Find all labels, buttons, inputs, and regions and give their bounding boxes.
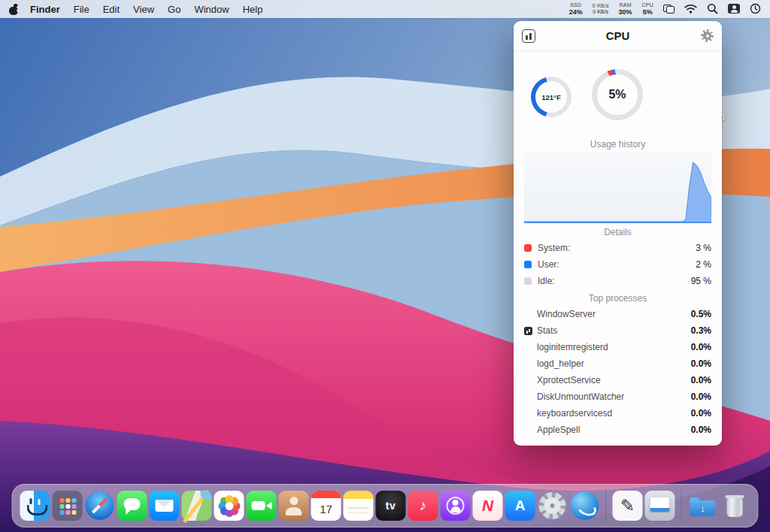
process-rows: WindowServer 0.5% Stats 0.3% loginitemre…	[514, 306, 722, 438]
popover-header: CPU	[514, 21, 722, 51]
downloads-icon	[688, 491, 718, 521]
messages-icon	[117, 491, 147, 521]
dock-item-appstore[interactable]: A	[505, 491, 535, 521]
photos-icon	[214, 491, 244, 521]
menu-items: FileEditViewGoWindowHelp	[67, 4, 270, 15]
dock-item-pencil-app[interactable]: ✎	[613, 491, 643, 521]
wifi-icon[interactable]	[684, 4, 697, 14]
process-gutter	[524, 327, 537, 335]
temperature-gauge: 121°F	[531, 77, 571, 117]
dock-tile	[441, 491, 471, 521]
dock-item-blue-circle-app[interactable]	[570, 491, 600, 521]
music-icon	[408, 491, 438, 521]
menu-item-go[interactable]: Go	[161, 4, 187, 15]
menubar-module-cpu[interactable]: CPU5%	[642, 2, 653, 16]
launchpad-icon	[53, 491, 83, 521]
dock-tile	[150, 491, 180, 521]
menubar-module-network[interactable]: 0 KB/s0 KB/s	[593, 3, 609, 15]
menubar-status-modules: SSD24%0 KB/s0 KB/sRAM30%CPU5%	[569, 2, 653, 16]
dock-item-contacts[interactable]	[279, 491, 309, 521]
usage-history-chart	[524, 152, 711, 223]
dock-item-notes[interactable]	[344, 491, 374, 521]
mail-icon	[150, 491, 180, 521]
safari-icon	[86, 491, 114, 520]
menu-bar-left: Finder FileEditViewGoWindowHelp	[0, 4, 269, 15]
pencil-app-icon	[613, 491, 643, 521]
dock-item-launchpad[interactable]	[53, 491, 83, 521]
process-name: Stats	[537, 325, 557, 336]
widget-chart-icon[interactable]	[522, 29, 535, 43]
dock: 17 tv ♪ N A ✎ ↓	[12, 484, 759, 527]
process-gutter	[524, 376, 537, 385]
dock-item-podcasts[interactable]	[441, 491, 471, 521]
detail-value: 2 %	[696, 259, 711, 270]
process-name: AppleSpell	[537, 425, 580, 435]
process-row: AppleSpell 0.0%	[514, 422, 722, 438]
dock-tile: ↓	[688, 491, 718, 521]
appstore-icon	[505, 491, 535, 521]
menubar-module-ssd[interactable]: SSD24%	[569, 2, 583, 16]
dock-tile	[85, 491, 115, 521]
dock-tile	[538, 491, 568, 521]
menu-item-help[interactable]: Help	[236, 4, 270, 15]
window-switcher-icon[interactable]	[663, 5, 675, 14]
process-gutter	[524, 360, 537, 368]
dock-item-messages[interactable]	[117, 491, 147, 521]
dock-item-system-preferences[interactable]	[538, 491, 568, 521]
menu-item-view[interactable]: View	[126, 4, 161, 15]
details-row: Idle: 95 %	[514, 273, 722, 289]
dock-item-finder[interactable]	[20, 491, 50, 521]
menu-item-file[interactable]: File	[67, 4, 96, 15]
process-name: keyboardservicesd	[537, 408, 612, 419]
dock-tile	[344, 491, 374, 521]
process-row: DiskUnmountWatcher 0.0%	[514, 388, 722, 405]
dock-item-calendar[interactable]: 17	[311, 491, 341, 521]
dock-item-trash[interactable]	[720, 491, 750, 521]
dock-item-music[interactable]: ♪	[408, 491, 438, 521]
dock-item-photos[interactable]	[214, 491, 244, 521]
top-processes-label: Top processes	[514, 293, 722, 304]
dock-item-news[interactable]: N	[473, 491, 503, 521]
dock-item-mail[interactable]	[150, 491, 180, 521]
dock-item-maps[interactable]	[182, 491, 212, 521]
dock-tile	[214, 491, 244, 521]
finder-icon	[20, 491, 50, 521]
process-row: logd_helper 0.0%	[514, 355, 722, 372]
usage-history-label: Usage history	[514, 139, 722, 150]
dock-tile: ♪	[408, 491, 438, 521]
clock-icon[interactable]	[750, 3, 761, 14]
spotlight-search-icon[interactable]	[707, 3, 718, 14]
user-icon[interactable]	[728, 4, 740, 14]
active-app-menu[interactable]: Finder	[23, 4, 67, 15]
settings-gear-icon[interactable]	[701, 29, 714, 42]
dock-item-window-app[interactable]	[645, 491, 675, 521]
process-cpu-value: 0.0%	[691, 408, 711, 419]
process-name: XprotectService	[537, 375, 601, 385]
dock-item-safari[interactable]	[85, 491, 115, 521]
process-gutter	[524, 310, 537, 319]
process-gutter	[524, 393, 537, 401]
dock-tile	[645, 491, 675, 521]
dock-tile: ✎	[613, 491, 643, 521]
menu-bar: Finder FileEditViewGoWindowHelp SSD24%0 …	[0, 0, 770, 18]
details-rows: System: 3 % User: 2 % Idle: 95 %	[514, 240, 722, 289]
menu-item-window[interactable]: Window	[187, 4, 235, 15]
menu-item-edit[interactable]: Edit	[96, 4, 126, 15]
dock-tile: N	[473, 491, 503, 521]
blue-circle-app-icon	[571, 491, 599, 520]
detail-value: 3 %	[696, 243, 711, 253]
detail-color-swatch	[524, 277, 532, 285]
temperature-value: 121°F	[541, 93, 560, 101]
dock-item-downloads[interactable]: ↓	[688, 491, 718, 521]
calendar-icon	[311, 491, 341, 521]
process-cpu-value: 0.0%	[691, 342, 711, 352]
dock-divider	[681, 488, 682, 523]
process-cpu-value: 0.0%	[691, 391, 711, 402]
menubar-module-ram[interactable]: RAM30%	[619, 2, 632, 16]
tv-icon	[376, 491, 406, 521]
dock-tile	[117, 491, 147, 521]
apple-menu-icon[interactable]	[9, 4, 19, 15]
dock-item-facetime[interactable]	[247, 491, 277, 521]
dock-item-tv[interactable]: tv	[376, 491, 406, 521]
process-cpu-value: 0.5%	[691, 309, 711, 319]
